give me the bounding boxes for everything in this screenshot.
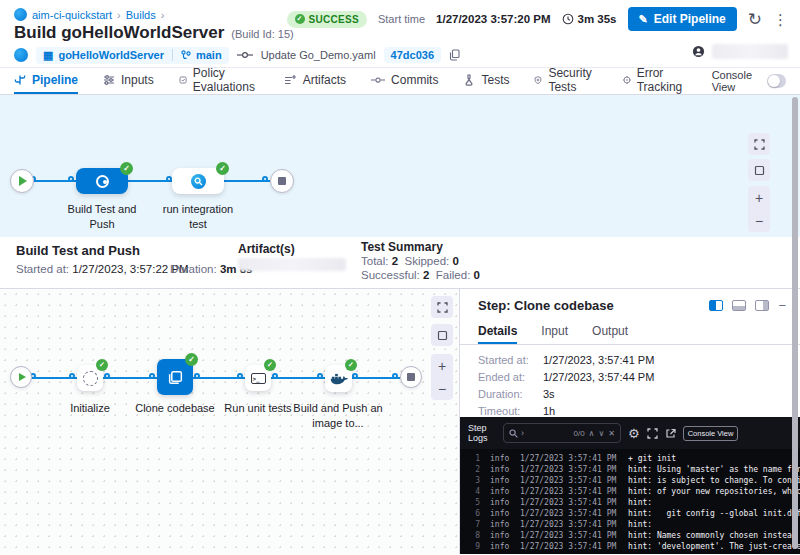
- step-label[interactable]: Clone codebase: [130, 401, 220, 416]
- breadcrumb-project[interactable]: aim-ci-quickstart: [32, 9, 112, 21]
- layout-right-icon[interactable]: [755, 300, 769, 311]
- detail-row: Started at:1/27/2023, 3:57:41 PM: [478, 354, 782, 366]
- zoom-in-button[interactable]: +: [748, 186, 770, 209]
- pipeline-start-node: [10, 169, 34, 193]
- tab-details[interactable]: Details: [478, 319, 517, 344]
- layout-split-right-icon[interactable]: [709, 300, 723, 311]
- search-close-icon[interactable]: ✕: [608, 429, 615, 438]
- log-line: 9info1/27/2023 3:57:41 PMhint: 'developm…: [460, 541, 800, 552]
- stage-node-run-integration-test[interactable]: ✓: [172, 168, 224, 194]
- step-node-initialize[interactable]: ✓: [77, 365, 103, 391]
- pipeline-icon: [14, 74, 26, 86]
- step-node-build-and-push[interactable]: ✓: [325, 365, 352, 392]
- success-badge-icon: ✓: [264, 359, 276, 371]
- log-search-input[interactable]: [527, 428, 561, 438]
- repo-row: ▦ goHelloWorldServer main Update Go_Demo…: [14, 46, 460, 64]
- console-header: Step Logs › 0/0 ∧ ∨ ✕ ⚙: [460, 417, 800, 449]
- status-badge: ✓ SUCCESS: [287, 11, 367, 28]
- expand-canvas-icon[interactable]: [431, 296, 453, 318]
- log-line: 7info1/27/2023 3:57:41 PMhint:: [460, 519, 800, 530]
- log-line: 4info1/27/2023 3:57:41 PMhint: of your n…: [460, 486, 800, 497]
- log-line: 5info1/27/2023 3:57:41 PMhint:: [460, 497, 800, 508]
- tab-security-tests[interactable]: Security Tests: [534, 68, 597, 94]
- kebab-menu-icon[interactable]: ⋮: [773, 12, 788, 27]
- tab-error-tracking[interactable]: Error Tracking: [623, 68, 687, 94]
- git-clone-icon: [167, 369, 184, 386]
- test-summary-title: Test Summary: [361, 240, 443, 254]
- tab-pipeline[interactable]: Pipeline: [14, 68, 78, 94]
- minimize-panel-icon[interactable]: −: [778, 299, 786, 312]
- step-node-run-unit-tests[interactable]: >_ ✓: [245, 365, 271, 391]
- step-panel-title: Step: Clone codebase: [478, 298, 614, 313]
- breadcrumb-builds[interactable]: Builds: [126, 9, 156, 21]
- status-row: ✓ SUCCESS Start time 1/27/2023 3:57:20 P…: [287, 7, 788, 31]
- test-summary-line2: Successful: 2 Failed: 0: [361, 269, 480, 281]
- scrollbar-thumb[interactable]: [792, 97, 798, 549]
- tab-policy-evaluations[interactable]: Policy Evaluations: [179, 68, 259, 94]
- stage-label[interactable]: run integration test: [153, 202, 243, 232]
- tab-tests[interactable]: Tests: [463, 68, 509, 94]
- check-icon: ✓: [295, 14, 305, 24]
- started-at-label: Started at:: [16, 263, 69, 275]
- tab-artifacts[interactable]: Artifacts: [284, 68, 346, 94]
- initialize-icon: [83, 371, 98, 386]
- start-time-label: Start time: [378, 13, 425, 25]
- step-graph-canvas[interactable]: ✓ ✓ >_ ✓ ✓ Initialize Clone codebase Run…: [0, 289, 460, 554]
- artifact-value-redacted: [238, 258, 346, 271]
- edit-pipeline-button[interactable]: ✎ Edit Pipeline: [628, 7, 737, 31]
- search-prev-icon[interactable]: ∧: [589, 429, 595, 438]
- detail-row: Timeout:1h: [478, 405, 782, 417]
- step-label[interactable]: Initialize: [50, 401, 130, 416]
- commit-icon: [237, 51, 253, 59]
- branch-icon: [181, 50, 191, 61]
- console-view-label: Console View: [712, 69, 760, 93]
- zoom-in-button[interactable]: +: [431, 354, 453, 377]
- pencil-icon: ✎: [639, 13, 648, 26]
- stop-icon: [278, 177, 286, 185]
- tab-input[interactable]: Input: [541, 319, 568, 344]
- tab-output[interactable]: Output: [592, 319, 628, 344]
- page-scrollbar[interactable]: [792, 97, 799, 553]
- stage-node-build-test-and-push[interactable]: ✓: [76, 168, 128, 194]
- success-badge-icon: ✓: [185, 353, 198, 366]
- flask-icon: [463, 74, 475, 86]
- console-view-toggle[interactable]: [767, 74, 786, 88]
- run-stage-icon: [191, 174, 206, 189]
- zoom-out-button[interactable]: −: [431, 377, 453, 400]
- layout-bottom-icon[interactable]: [732, 300, 746, 311]
- zoom-controls: + −: [748, 186, 770, 232]
- shield-icon: [534, 74, 542, 86]
- repo-grid-icon: ▦: [43, 49, 53, 62]
- log-line: 1info1/27/2023 3:57:41 PM+ git init: [460, 453, 800, 464]
- copy-icon[interactable]: [449, 49, 460, 61]
- step-label[interactable]: Build and Push an image to...: [293, 401, 383, 431]
- user-email-redacted: [712, 44, 788, 59]
- stage-label[interactable]: Build Test and Push: [57, 202, 147, 232]
- step-label[interactable]: Run unit tests: [213, 401, 303, 416]
- inputs-icon: [103, 74, 115, 86]
- log-search-box[interactable]: › 0/0 ∧ ∨ ✕: [503, 423, 621, 443]
- stage-graph-canvas[interactable]: ✓ ✓ Build Test and Push run integration …: [0, 95, 800, 237]
- page-header: aim-ci-quickstart › Builds › ✓ SUCCESS S…: [0, 0, 800, 68]
- search-next-icon[interactable]: ∨: [598, 429, 604, 438]
- log-line: 2info1/27/2023 3:57:41 PMhint: Using 'ma…: [460, 464, 800, 475]
- success-badge-icon: ✓: [120, 162, 133, 175]
- refresh-icon[interactable]: ↻: [748, 11, 762, 28]
- log-external-link-icon[interactable]: [665, 428, 676, 439]
- tab-commits[interactable]: Commits: [371, 68, 438, 94]
- repo-branch-chip[interactable]: ▦ goHelloWorldServer main: [36, 47, 229, 64]
- zoom-out-button[interactable]: −: [748, 209, 770, 232]
- success-badge-icon: ✓: [345, 359, 357, 371]
- detail-row: Duration:3s: [478, 388, 782, 400]
- log-fullscreen-icon[interactable]: [647, 428, 658, 439]
- tab-inputs[interactable]: Inputs: [103, 68, 154, 94]
- commit-sha[interactable]: 47dc036: [384, 47, 441, 63]
- fit-to-view-icon[interactable]: [431, 324, 453, 346]
- expand-canvas-icon[interactable]: [748, 133, 770, 155]
- console-view-button[interactable]: Console View: [683, 426, 739, 441]
- step-node-clone-codebase[interactable]: ✓: [157, 359, 193, 395]
- log-settings-gear-icon[interactable]: ⚙: [628, 427, 640, 440]
- artifacts-icon: [284, 74, 297, 86]
- chevron-right-icon: ›: [117, 9, 121, 21]
- fit-to-view-icon[interactable]: [748, 159, 770, 181]
